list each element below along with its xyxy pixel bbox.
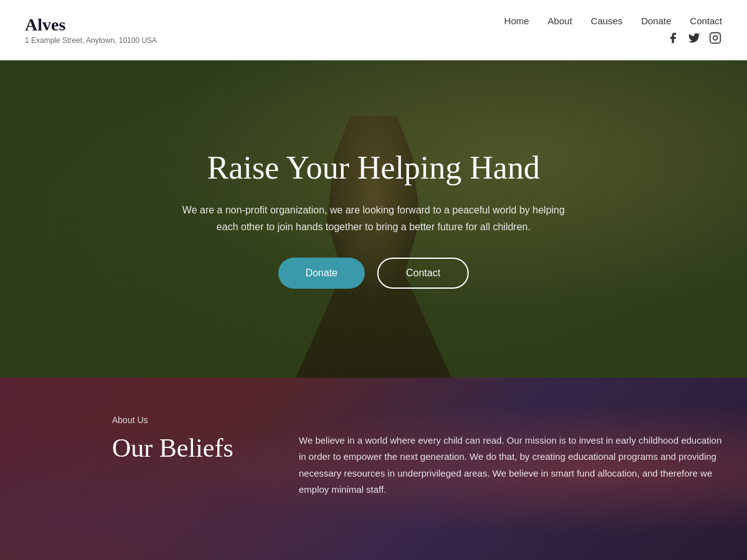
hero-buttons: Donate Contact: [181, 258, 566, 289]
nav-about[interactable]: About: [548, 16, 572, 26]
brand-name: Alves: [25, 15, 157, 35]
hero-section: Raise Your Helping Hand We are a non-pro…: [0, 60, 747, 378]
instagram-icon[interactable]: [708, 31, 722, 45]
social-icons: [666, 31, 722, 45]
nav-donate[interactable]: Donate: [641, 16, 671, 26]
header: Alves 1 Example Street, Anytown, 10100 U…: [0, 0, 747, 60]
about-title: Our Beliefs: [112, 432, 249, 464]
hero-content: Raise Your Helping Hand We are a non-pro…: [168, 149, 579, 289]
about-section: About Us Our Beliefs We believe in a wor…: [0, 378, 747, 560]
nav-contact[interactable]: Contact: [690, 16, 722, 26]
brand: Alves 1 Example Street, Anytown, 10100 U…: [25, 15, 157, 45]
brand-address: 1 Example Street, Anytown, 10100 USA: [25, 36, 157, 45]
main-nav: Home About Causes Donate Contact: [504, 16, 722, 26]
svg-point-2: [718, 34, 719, 35]
nav-causes[interactable]: Causes: [591, 16, 622, 26]
twitter-icon[interactable]: [687, 31, 701, 45]
contact-button[interactable]: Contact: [377, 258, 469, 289]
header-right: Home About Causes Donate Contact: [504, 16, 722, 45]
hero-title: Raise Your Helping Hand: [181, 149, 566, 187]
svg-point-1: [713, 35, 718, 40]
about-text: We believe in a world where every child …: [299, 432, 722, 498]
facebook-icon[interactable]: [666, 31, 680, 45]
hero-subtitle: We are a non-profit organization, we are…: [181, 202, 566, 235]
about-right: We believe in a world where every child …: [299, 415, 722, 498]
about-left: About Us Our Beliefs: [112, 415, 249, 464]
svg-rect-0: [710, 32, 721, 43]
nav-home[interactable]: Home: [504, 16, 529, 26]
donate-button[interactable]: Donate: [278, 258, 365, 289]
about-content: About Us Our Beliefs We believe in a wor…: [0, 378, 747, 523]
about-label: About Us: [112, 415, 249, 425]
